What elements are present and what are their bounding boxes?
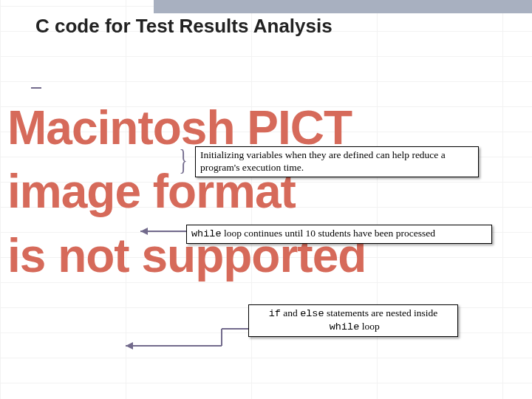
- callout-while-loop: while loop continues until 10 students h…: [186, 225, 492, 244]
- callout-text: Initializing variables when they are def…: [200, 149, 446, 173]
- callout-if-else-nested: if and else statements are nested inside…: [248, 304, 458, 337]
- grid-background: [0, 0, 532, 399]
- callout-text: loop continues until 10 students have be…: [222, 228, 435, 239]
- callout-text: and: [281, 307, 300, 318]
- callout-text: statements are nested inside: [324, 307, 438, 318]
- margin-tick: [31, 87, 41, 89]
- page-title: C code for Test Results Analysis: [35, 15, 332, 38]
- callout-initialize-variables: Initializing variables when they are def…: [195, 146, 479, 177]
- top-accent-bar: [154, 0, 532, 13]
- callout-text: loop: [359, 321, 379, 332]
- code-keyword-if: if: [269, 308, 281, 319]
- code-keyword-else: else: [300, 308, 324, 319]
- code-keyword-while: while: [330, 321, 360, 332]
- code-keyword-while: while: [191, 228, 222, 239]
- brace-icon: }: [180, 143, 188, 177]
